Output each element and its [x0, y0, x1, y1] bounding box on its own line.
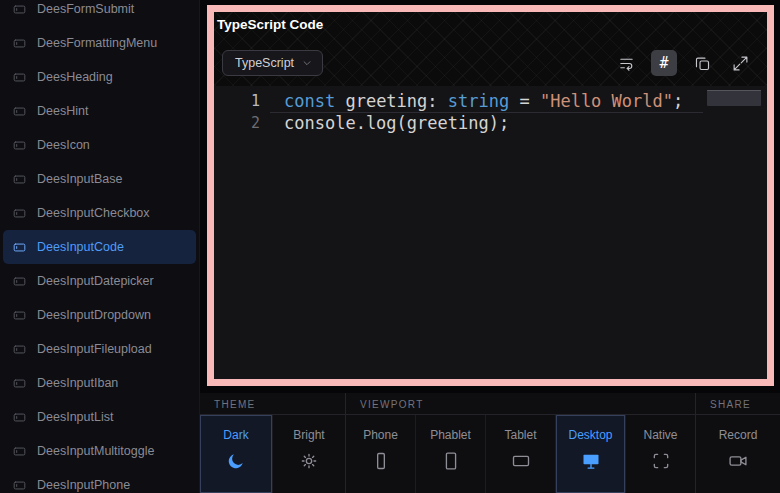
copy-icon [694, 55, 711, 72]
section-label-viewport: VIEWPORT [346, 393, 696, 414]
sidebar-item-label: DeesInputDatepicker [37, 274, 154, 288]
sidebar-item-label: DeesInputCheckbox [37, 206, 150, 220]
word-wrap-button[interactable] [613, 50, 639, 76]
sidebar-item-deesinputcode[interactable]: DeesInputCode [3, 230, 196, 264]
sidebar-item-deeshint[interactable]: DeesHint [3, 94, 196, 128]
desktop-button[interactable]: Desktop [556, 415, 626, 493]
sidebar-item-deesicon[interactable]: DeesIcon [3, 128, 196, 162]
editor-toolbar: TypeScript # [214, 40, 767, 86]
component-icon [12, 376, 27, 391]
section-label-theme: THEME [200, 393, 346, 414]
component-icon [12, 172, 27, 187]
button-label: Dark [223, 428, 248, 442]
sidebar-item-label: DeesInputPhone [37, 478, 130, 492]
moon-icon [226, 451, 246, 471]
component-icon [12, 206, 27, 221]
component-icon [12, 342, 27, 357]
sidebar-item-deesinputbase[interactable]: DeesInputBase [3, 162, 196, 196]
button-label: Native [643, 428, 677, 442]
chevron-down-icon [302, 58, 312, 68]
bottom-bar-buttons: DarkBrightPhonePhabletTabletDesktopNativ… [200, 415, 780, 493]
button-label: Desktop [568, 428, 612, 442]
sidebar-item-deesformsubmit[interactable]: DeesFormSubmit [3, 0, 196, 26]
sun-icon [299, 451, 319, 471]
sidebar-item-deesinputdatepicker[interactable]: DeesInputDatepicker [3, 264, 196, 298]
sidebar-item-deesheading[interactable]: DeesHeading [3, 60, 196, 94]
sidebar-item-deesinputphone[interactable]: DeesInputPhone [3, 468, 196, 493]
phone-icon [371, 451, 391, 471]
bottom-bar-headers: THEMEVIEWPORTSHARE [200, 393, 780, 415]
copy-button[interactable] [689, 50, 715, 76]
section-label-share: SHARE [696, 393, 780, 414]
line-number: 1 [214, 90, 266, 112]
sidebar-item-label: DeesInputCode [37, 240, 124, 254]
phablet-button[interactable]: Phablet [416, 415, 486, 493]
component-icon [12, 308, 27, 323]
component-icon [12, 70, 27, 85]
fullscreen-button[interactable] [727, 50, 753, 76]
sidebar-item-deesinputiban[interactable]: DeesInputIban [3, 366, 196, 400]
sidebar-item-label: DeesInputBase [37, 172, 122, 186]
button-label: Phone [363, 428, 398, 442]
demo-title: TypeScript Code [214, 12, 326, 37]
component-icon [12, 2, 27, 17]
sidebar-list: DeesFormSubmitDeesFormattingMenuDeesHead… [0, 0, 199, 493]
app-root: DeesFormSubmitDeesFormattingMenuDeesHead… [0, 0, 780, 493]
sidebar-item-label: DeesInputDropdown [37, 308, 151, 322]
desktop-icon [581, 451, 601, 471]
word-wrap-icon [618, 55, 635, 72]
demo-frame: TypeScript Code TypeScript [207, 5, 774, 386]
sidebar-item-label: DeesInputFileupload [37, 342, 152, 356]
record-button[interactable]: Record [696, 415, 780, 493]
button-label: Record [719, 428, 758, 442]
native-button[interactable]: Native [626, 415, 695, 493]
component-icon [12, 138, 27, 153]
sidebar-item-label: DeesFormattingMenu [37, 36, 157, 50]
button-label: Tablet [504, 428, 536, 442]
minimap[interactable] [707, 90, 761, 106]
sidebar-item-label: DeesInputIban [37, 376, 118, 390]
component-icon [12, 478, 27, 493]
section-theme: DarkBright [200, 415, 346, 493]
language-selector[interactable]: TypeScript [222, 50, 323, 76]
demo-container: TypeScript Code TypeScript [214, 12, 767, 379]
code-text: console.log(greeting); [266, 112, 509, 134]
phablet-icon [441, 451, 461, 471]
component-icon [12, 274, 27, 289]
component-icon [12, 240, 27, 255]
dark-button[interactable]: Dark [200, 415, 273, 493]
bright-button[interactable]: Bright [273, 415, 345, 493]
component-icon [12, 36, 27, 51]
line-numbers-button[interactable]: # [651, 50, 677, 76]
section-viewport: PhonePhabletTabletDesktopNative [346, 415, 696, 493]
line-number: 2 [214, 112, 266, 134]
code-area[interactable]: 1const greeting: string = "Hello World";… [214, 86, 767, 379]
sidebar-item-label: DeesHeading [37, 70, 113, 84]
expand-icon [732, 55, 749, 72]
sidebar-item-deesformattingmenu[interactable]: DeesFormattingMenu [3, 26, 196, 60]
button-label: Bright [293, 428, 324, 442]
sidebar-item-label: DeesFormSubmit [37, 2, 134, 16]
language-label: TypeScript [235, 56, 294, 70]
component-icon [12, 104, 27, 119]
record-icon [728, 451, 748, 471]
tablet-icon [511, 451, 531, 471]
sidebar-item-deesinputfileupload[interactable]: DeesInputFileupload [3, 332, 196, 366]
code-text: const greeting: string = "Hello World"; [266, 90, 683, 112]
bottom-bar: THEMEVIEWPORTSHARE DarkBrightPhonePhable… [200, 393, 780, 493]
sidebar-item-deesinputmultitoggle[interactable]: DeesInputMultitoggle [3, 434, 196, 468]
component-icon [12, 410, 27, 425]
sidebar-item-deesinputdropdown[interactable]: DeesInputDropdown [3, 298, 196, 332]
code-lines: 1const greeting: string = "Hello World";… [214, 90, 767, 134]
code-editor: TypeScript # [214, 40, 767, 379]
tablet-button[interactable]: Tablet [486, 415, 556, 493]
sidebar-item-label: DeesInputList [37, 410, 113, 424]
sidebar-item-deesinputlist[interactable]: DeesInputList [3, 400, 196, 434]
button-label: Phablet [430, 428, 471, 442]
code-line: 1const greeting: string = "Hello World"; [214, 90, 767, 112]
code-line: 2console.log(greeting); [214, 112, 767, 134]
sidebar-item-label: DeesIcon [37, 138, 90, 152]
component-icon [12, 444, 27, 459]
sidebar-item-deesinputcheckbox[interactable]: DeesInputCheckbox [3, 196, 196, 230]
phone-button[interactable]: Phone [346, 415, 416, 493]
